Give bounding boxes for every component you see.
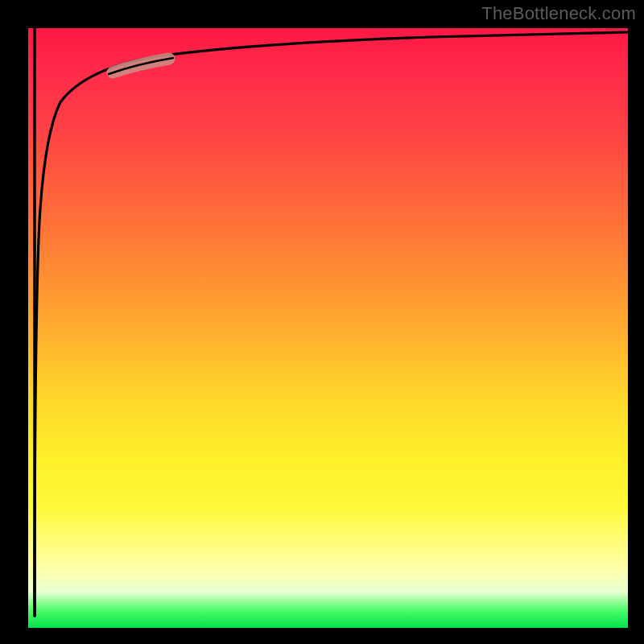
bottleneck-curve-path — [35, 32, 628, 616]
plot-area — [28, 28, 628, 628]
attribution-text: TheBottleneck.com — [481, 3, 636, 24]
chart-frame: TheBottleneck.com — [0, 0, 644, 644]
bottleneck-curve-svg — [28, 28, 628, 628]
